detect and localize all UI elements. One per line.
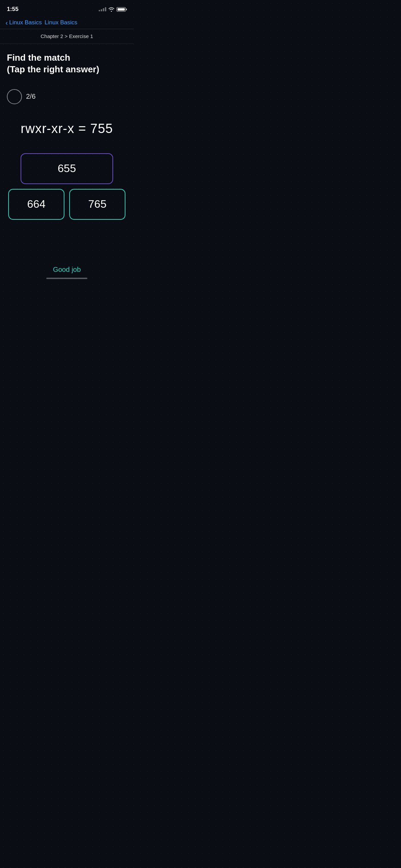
progress-row: 2/6 [7,89,127,104]
bottom-area: Good job [0,259,134,289]
good-job-text: Good job [53,266,81,274]
breadcrumb-text: Chapter 2 > Exercise 1 [41,33,93,39]
progress-circle-icon [7,89,22,104]
question-area: rwxr-xr-x = 755 [7,121,127,136]
wifi-icon [108,7,114,12]
signal-icon [99,7,106,11]
exercise-title: Find the match (Tap the right answer) [7,52,127,75]
answer-bottom-row: 664 765 [8,189,125,220]
answer-top-row: 655 [8,153,125,184]
progress-text: 2/6 [26,93,36,100]
battery-icon [117,7,127,12]
nav-bar: ‹ Linux Basics Linux Basics [0,16,134,29]
back-chevron-icon: ‹ [5,19,8,26]
answer-664-button[interactable]: 664 [8,189,64,220]
answer-655-button[interactable]: 655 [21,153,113,184]
main-content: Find the match (Tap the right answer) 2/… [0,44,134,220]
breadcrumb: Chapter 2 > Exercise 1 [0,29,134,44]
status-icons [99,7,127,12]
status-time: 1:55 [7,6,19,13]
answer-765-button[interactable]: 765 [69,189,125,220]
home-indicator [46,278,87,279]
back-button[interactable]: ‹ Linux Basics [5,19,42,26]
answers-grid: 655 664 765 [7,153,127,220]
back-label: Linux Basics [9,19,42,26]
question-equation: rwxr-xr-x = 755 [21,121,113,136]
status-bar: 1:55 [0,0,134,16]
nav-title: Linux Basics [45,19,77,26]
